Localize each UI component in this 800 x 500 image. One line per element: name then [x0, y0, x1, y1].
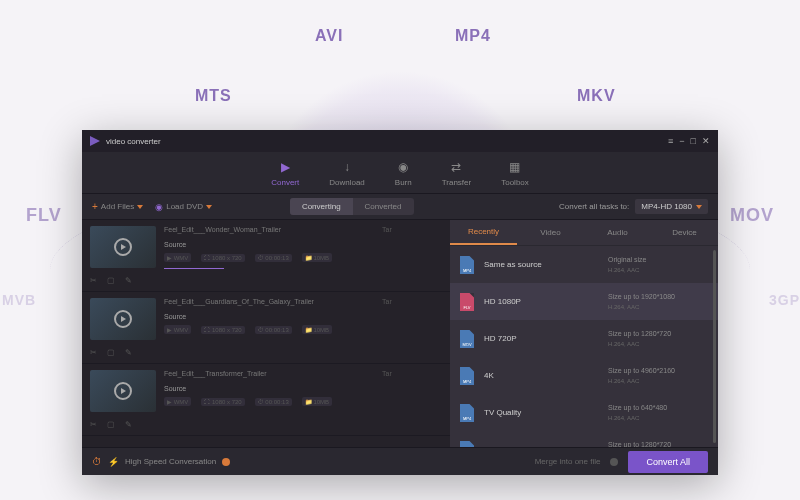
- format-badge: ▶ WMV: [164, 253, 191, 262]
- preset-row[interactable]: MOVHD 720PSize up to 1280*720H.264, AAC: [450, 320, 718, 357]
- add-files-button[interactable]: +Add Files: [92, 201, 143, 212]
- size-badge: 📁 10MB: [302, 253, 332, 262]
- chevron-down-icon: [696, 205, 702, 209]
- duration-badge: ⏱ 00:00:13: [255, 398, 292, 406]
- plus-icon: +: [92, 201, 98, 212]
- main-tabs: ▶Convert↓Download◉Burn⇄Transfer▦Toolbox: [82, 152, 718, 194]
- crop-icon[interactable]: ▢: [107, 348, 115, 357]
- preset-desc: Size up to 1280*720H.264, AAC: [608, 440, 708, 447]
- close-icon[interactable]: ✕: [702, 136, 710, 146]
- preset-desc: Size up to 4960*2160H.264, AAC: [608, 366, 708, 386]
- resolution-badge: ⛶ 1080 x 720: [201, 398, 244, 406]
- file-item[interactable]: ✂▢✎Feel_Edit___Guardians_Of_The_Galaxy_T…: [82, 292, 450, 364]
- cut-icon[interactable]: ✂: [90, 348, 97, 357]
- play-icon: [114, 238, 132, 256]
- tab-converted[interactable]: Converted: [353, 198, 414, 215]
- bg-format-mov: MOV: [730, 205, 774, 226]
- duration-badge: ⏱ 00:00:13: [255, 326, 292, 334]
- convert-all-button[interactable]: Convert All: [628, 451, 708, 473]
- preset-tab-audio[interactable]: Audio: [584, 220, 651, 245]
- effect-icon[interactable]: ✎: [125, 420, 132, 429]
- preset-name: TV Quality: [484, 408, 598, 417]
- preset-tab-video[interactable]: Video: [517, 220, 584, 245]
- preset-name: HD 1080P: [484, 297, 598, 306]
- crop-icon[interactable]: ▢: [107, 276, 115, 285]
- main-tab-convert[interactable]: ▶Convert: [271, 159, 299, 187]
- preset-row[interactable]: MP4TV QualitySize up to 640*480H.264, AA…: [450, 394, 718, 431]
- clock-icon[interactable]: ⏱: [92, 456, 102, 467]
- preset-row[interactable]: MOVHD 720PSize up to 1280*720H.264, AAC: [450, 431, 718, 447]
- preset-row[interactable]: MP44KSize up to 4960*2160H.264, AAC: [450, 357, 718, 394]
- resolution-badge: ⛶ 1080 x 720: [201, 254, 244, 262]
- main-tab-download[interactable]: ↓Download: [329, 159, 365, 187]
- effect-icon[interactable]: ✎: [125, 348, 132, 357]
- preset-tab-device[interactable]: Device: [651, 220, 718, 245]
- source-label: Source: [164, 385, 374, 392]
- toolbar: +Add Files ◉Load DVD Converting Converte…: [82, 194, 718, 220]
- preset-tabs: RecentlyVideoAudioDevice: [450, 220, 718, 246]
- bg-format-3gp: 3GP: [769, 292, 800, 308]
- download-icon: ↓: [339, 159, 355, 175]
- main-tab-label: Transfer: [442, 178, 472, 187]
- file-format-icon: FLV: [460, 293, 474, 311]
- convert-all-label: Convert all tasks to:: [559, 202, 629, 211]
- preset-desc: Size up to 1920*1080H.264, AAC: [608, 292, 708, 312]
- cut-icon[interactable]: ✂: [90, 276, 97, 285]
- scrollbar[interactable]: [713, 250, 716, 443]
- file-name: Feel_Edit___Transformer_Trailer: [164, 370, 374, 377]
- preset-name: 4K: [484, 371, 598, 380]
- app-logo-icon: [90, 136, 100, 146]
- main-tab-label: Download: [329, 178, 365, 187]
- merge-toggle[interactable]: [610, 458, 618, 466]
- app-window: video converter ≡ − □ ✕ ▶Convert↓Downloa…: [82, 130, 718, 475]
- maximize-icon[interactable]: □: [691, 136, 696, 146]
- file-format-icon: MOV: [460, 330, 474, 348]
- preset-name: HD 720P: [484, 445, 598, 447]
- high-speed-toggle[interactable]: [222, 458, 230, 466]
- main-tab-toolbox[interactable]: ▦Toolbox: [501, 159, 529, 187]
- file-item[interactable]: ✂▢✎Feel_Edit___Transformer_TrailerSource…: [82, 364, 450, 436]
- bg-format-mp4: MP4: [455, 27, 491, 45]
- file-format-icon: MP4: [460, 404, 474, 422]
- chevron-down-icon: [206, 205, 212, 209]
- preset-name: Same as source: [484, 260, 598, 269]
- transfer-icon: ⇄: [448, 159, 464, 175]
- size-badge: 📁 10MB: [302, 397, 332, 406]
- target-format-select[interactable]: MP4-HD 1080: [635, 199, 708, 214]
- play-icon: [114, 382, 132, 400]
- file-item[interactable]: ✂▢✎Feel_Edit___Wonder_Woman_TrailerSourc…: [82, 220, 450, 292]
- main-tab-transfer[interactable]: ⇄Transfer: [442, 159, 472, 187]
- main-tab-label: Burn: [395, 178, 412, 187]
- effect-icon[interactable]: ✎: [125, 276, 132, 285]
- video-thumbnail[interactable]: [90, 298, 156, 340]
- disc-icon: ◉: [155, 202, 163, 212]
- file-list: ✂▢✎Feel_Edit___Wonder_Woman_TrailerSourc…: [82, 220, 450, 447]
- cut-icon[interactable]: ✂: [90, 420, 97, 429]
- main-tab-burn[interactable]: ◉Burn: [395, 159, 412, 187]
- minimize-icon[interactable]: −: [679, 136, 684, 146]
- preset-row[interactable]: FLVHD 1080PSize up to 1920*1080H.264, AA…: [450, 283, 718, 320]
- bolt-icon: ⚡: [108, 457, 119, 467]
- preset-row[interactable]: MP4Same as sourceOriginal sizeH.264, AAC: [450, 246, 718, 283]
- app-title: video converter: [106, 137, 161, 146]
- bg-format-mkv: MKV: [577, 87, 616, 105]
- convert-icon: ▶: [277, 159, 293, 175]
- preset-tab-recently[interactable]: Recently: [450, 220, 517, 245]
- chevron-down-icon: [137, 205, 143, 209]
- bg-format-mts: MTS: [195, 87, 232, 105]
- footer: ⏱ ⚡ High Speed Conversation Merge into o…: [82, 447, 718, 475]
- crop-icon[interactable]: ▢: [107, 420, 115, 429]
- source-label: Source: [164, 241, 374, 248]
- video-thumbnail[interactable]: [90, 226, 156, 268]
- duration-badge: ⏱ 00:00:13: [255, 254, 292, 262]
- size-badge: 📁 10MB: [302, 325, 332, 334]
- preset-name: HD 720P: [484, 334, 598, 343]
- target-label: Tar: [382, 298, 442, 357]
- tab-converting[interactable]: Converting: [290, 198, 353, 215]
- toolbox-icon: ▦: [507, 159, 523, 175]
- load-dvd-button[interactable]: ◉Load DVD: [155, 201, 212, 212]
- menu-icon[interactable]: ≡: [668, 136, 673, 146]
- resolution-badge: ⛶ 1080 x 720: [201, 326, 244, 334]
- preset-desc: Original sizeH.264, AAC: [608, 255, 708, 275]
- video-thumbnail[interactable]: [90, 370, 156, 412]
